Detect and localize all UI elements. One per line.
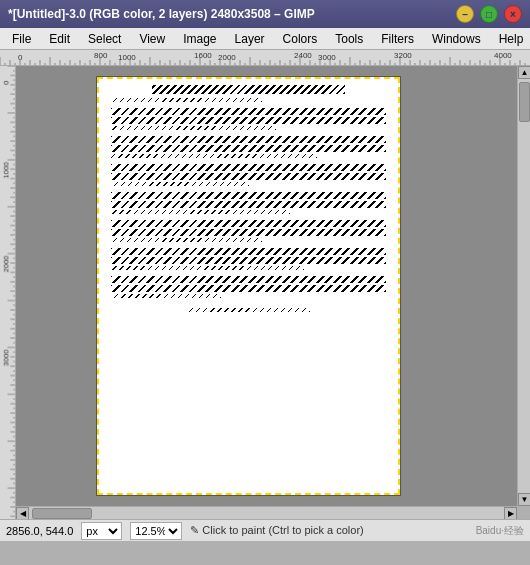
maximize-button[interactable]: □ — [480, 5, 498, 23]
zoom-display[interactable]: 12.5% 25% 50% 100% — [130, 522, 182, 540]
menu-item-windows[interactable]: Windows — [424, 30, 489, 48]
menu-item-image[interactable]: Image — [175, 30, 224, 48]
workspace: ▲ ▼ ◀ ▶ — [0, 50, 530, 519]
title-bar-controls: – □ × — [456, 5, 522, 23]
unit-select[interactable]: px mm in — [81, 522, 122, 540]
scroll-down-arrow[interactable]: ▼ — [518, 493, 530, 506]
status-hint: ✎ Click to paint (Ctrl to pick a color) — [190, 524, 467, 537]
menu-item-tools[interactable]: Tools — [327, 30, 371, 48]
main-area: ▲ ▼ ◀ ▶ — [0, 66, 530, 519]
content-block-4a — [111, 192, 386, 199]
content-block-2c — [111, 154, 317, 158]
menu-item-help[interactable]: Help — [491, 30, 530, 48]
content-block-6c — [111, 266, 304, 270]
coords-value: 2856.0, 544.0 — [6, 525, 73, 537]
scrollbar-corner — [517, 506, 530, 519]
watermark: Baidu·经验 — [476, 524, 524, 538]
scroll-thumb-horizontal[interactable] — [32, 508, 92, 519]
content-block-5c — [111, 238, 262, 242]
status-unit[interactable]: px mm in — [81, 522, 122, 540]
bottom-scrollbar[interactable]: ◀ ▶ — [16, 506, 517, 519]
scroll-thumb-vertical[interactable] — [519, 82, 530, 122]
side-ruler — [0, 66, 16, 519]
menu-item-edit[interactable]: Edit — [41, 30, 78, 48]
content-block-1a — [111, 108, 386, 115]
status-coords: 2856.0, 544.0 — [6, 525, 73, 537]
menu-item-view[interactable]: View — [131, 30, 173, 48]
window-title: *[Untitled]-3.0 (RGB color, 2 layers) 24… — [8, 7, 315, 21]
canvas-area[interactable]: ▲ ▼ ◀ ▶ — [16, 66, 530, 519]
title-bar: *[Untitled]-3.0 (RGB color, 2 layers) 24… — [0, 0, 530, 28]
content-block-4b — [111, 201, 386, 208]
content-block-6b — [111, 257, 386, 264]
status-bar: 2856.0, 544.0 px mm in 12.5% 25% 50% 100… — [0, 519, 530, 541]
menu-item-colors[interactable]: Colors — [275, 30, 326, 48]
scroll-left-arrow[interactable]: ◀ — [16, 507, 29, 520]
content-block-7c — [111, 294, 221, 298]
menu-item-filters[interactable]: Filters — [373, 30, 422, 48]
menu-item-layer[interactable]: Layer — [227, 30, 273, 48]
scroll-right-arrow[interactable]: ▶ — [504, 507, 517, 519]
document-canvas — [96, 76, 401, 496]
content-block-2b — [111, 145, 386, 152]
content-block-6a — [111, 248, 386, 255]
content-block-7b — [111, 285, 386, 292]
close-button[interactable]: × — [504, 5, 522, 23]
menu-item-file[interactable]: File — [4, 30, 39, 48]
right-scrollbar[interactable]: ▲ ▼ — [517, 66, 530, 506]
content-block-1b — [111, 117, 386, 124]
menu-bar: FileEditSelectViewImageLayerColorsToolsF… — [0, 28, 530, 50]
content-block-3c — [111, 182, 249, 186]
content-block-5a — [111, 220, 386, 227]
content-block-7a — [111, 276, 386, 283]
content-block-2a — [111, 136, 386, 143]
menu-item-select[interactable]: Select — [80, 30, 129, 48]
zoom-select[interactable]: 12.5% 25% 50% 100% — [130, 522, 182, 540]
scroll-up-arrow[interactable]: ▲ — [518, 66, 530, 79]
content-block-3a — [111, 164, 386, 171]
top-ruler — [0, 50, 530, 66]
content-block-4c — [111, 210, 290, 214]
content-footer — [187, 308, 311, 312]
canvas-content — [111, 85, 386, 487]
minimize-button[interactable]: – — [456, 5, 474, 23]
content-block-1c — [111, 126, 276, 130]
content-header — [152, 85, 345, 94]
content-line — [111, 98, 262, 102]
content-block-5b — [111, 229, 386, 236]
content-block-3b — [111, 173, 386, 180]
